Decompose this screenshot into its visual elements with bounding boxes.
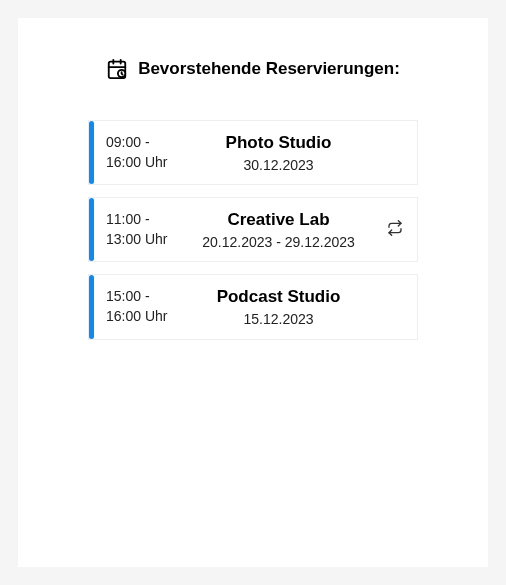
reservation-time: 11:00 - 13:00 Uhr — [94, 198, 184, 261]
time-end: 16:00 Uhr — [106, 153, 174, 173]
reservation-details: Creative Lab 20.12.2023 - 29.12.2023 — [184, 198, 373, 261]
reservation-details: Podcast Studio 15.12.2023 — [184, 275, 373, 338]
reservation-date: 30.12.2023 — [243, 157, 313, 173]
time-end: 13:00 Uhr — [106, 230, 174, 250]
icon-block — [373, 121, 417, 184]
page-title: Bevorstehende Reservierungen: — [138, 59, 400, 79]
reservations-card: Bevorstehende Reservierungen: 09:00 - 16… — [18, 18, 488, 567]
reservation-name: Creative Lab — [227, 210, 329, 230]
header: Bevorstehende Reservierungen: — [88, 58, 418, 80]
reservation-time: 09:00 - 16:00 Uhr — [94, 121, 184, 184]
reservation-date: 20.12.2023 - 29.12.2023 — [202, 234, 355, 250]
time-start: 15:00 - — [106, 287, 174, 307]
reservation-details: Photo Studio 30.12.2023 — [184, 121, 373, 184]
time-start: 11:00 - — [106, 210, 174, 230]
reservation-item[interactable]: 09:00 - 16:00 Uhr Photo Studio 30.12.202… — [88, 120, 418, 185]
icon-block — [373, 198, 417, 261]
icon-block — [373, 275, 417, 338]
reservation-list: 09:00 - 16:00 Uhr Photo Studio 30.12.202… — [88, 120, 418, 340]
time-start: 09:00 - — [106, 133, 174, 153]
repeat-icon — [387, 220, 403, 240]
reservation-item[interactable]: 11:00 - 13:00 Uhr Creative Lab 20.12.202… — [88, 197, 418, 262]
reservation-date: 15.12.2023 — [243, 311, 313, 327]
time-end: 16:00 Uhr — [106, 307, 174, 327]
reservation-name: Podcast Studio — [217, 287, 341, 307]
reservation-time: 15:00 - 16:00 Uhr — [94, 275, 184, 338]
reservation-name: Photo Studio — [226, 133, 332, 153]
calendar-clock-icon — [106, 58, 128, 80]
reservation-item[interactable]: 15:00 - 16:00 Uhr Podcast Studio 15.12.2… — [88, 274, 418, 339]
